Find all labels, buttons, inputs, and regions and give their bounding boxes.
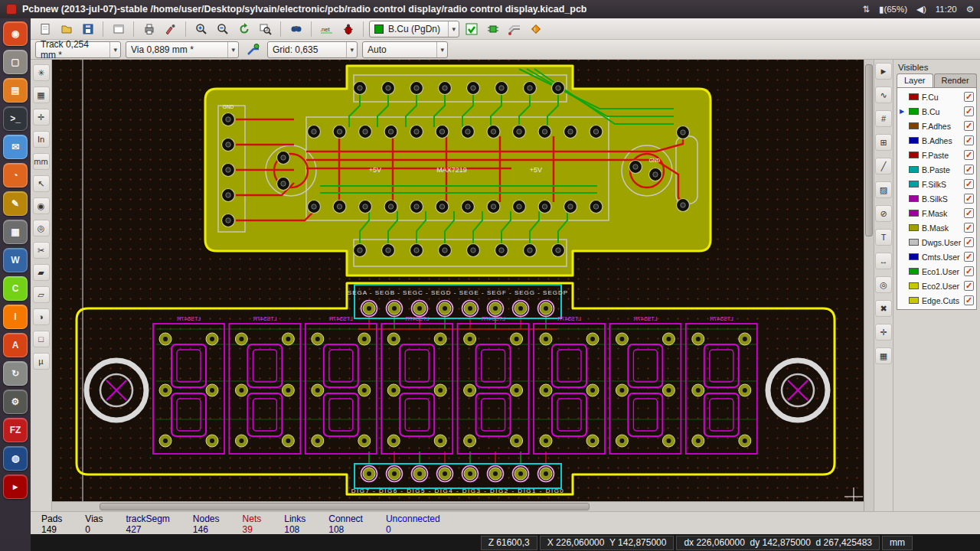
track-tool[interactable]: ╱: [875, 158, 892, 174]
ratsnest-tool[interactable]: #: [875, 110, 892, 127]
text-tool[interactable]: T: [875, 229, 892, 246]
network-icon[interactable]: ⇅: [862, 4, 870, 15]
horizontal-scrollbar[interactable]: [52, 501, 864, 511]
plot-button[interactable]: [161, 20, 180, 38]
grid-origin-tool[interactable]: ▦: [875, 347, 892, 364]
launcher-impress-icon[interactable]: I: [3, 305, 28, 329]
launcher-filezilla-icon[interactable]: FZ: [3, 418, 28, 442]
digit-module[interactable]: LTS547R: [458, 315, 529, 454]
launcher-ubuntu-button-icon[interactable]: ◉: [3, 21, 28, 46]
zoom-in-button[interactable]: [191, 20, 211, 38]
pcb-canvas[interactable]: MAX7219 +5V +5V GND GND SEGA - SEGB - SE…: [52, 60, 864, 501]
layer-visibility-checkbox[interactable]: ✓: [964, 194, 974, 204]
layer-visibility-checkbox[interactable]: ✓: [964, 135, 974, 145]
launcher-gimp-icon[interactable]: ✎: [3, 191, 28, 216]
digit-module[interactable]: LTS547R: [229, 315, 300, 454]
layer-row-B.Adhes[interactable]: B.Adhes✓: [897, 133, 976, 148]
layer-row-Cmts.User[interactable]: Cmts.User✓: [897, 249, 976, 264]
auto-track-width-button[interactable]: [243, 41, 263, 59]
netlist-button[interactable]: .net: [317, 20, 336, 38]
zoom-fit-button[interactable]: [256, 20, 275, 38]
hidden-pins-icon[interactable]: ✳: [33, 64, 50, 81]
units-mm-icon[interactable]: mm: [33, 153, 50, 170]
layer-visibility-checkbox[interactable]: ✓: [964, 208, 974, 218]
print-button[interactable]: [139, 20, 158, 38]
layer-row-F.Cu[interactable]: F.Cu✓: [897, 90, 976, 104]
track-autodel-icon[interactable]: ✂: [33, 242, 50, 259]
digit-module[interactable]: LTS547R: [305, 315, 377, 454]
launcher-software-center-icon[interactable]: A: [3, 333, 28, 357]
zones-hide-icon[interactable]: ▱: [33, 286, 50, 303]
launcher-update-manager-icon[interactable]: ↻: [3, 361, 28, 386]
layer-row-B.Mask[interactable]: B.Mask✓: [897, 220, 976, 235]
layer-row-Eco2.User[interactable]: Eco2.User✓: [897, 279, 976, 293]
grid-select[interactable]: Grid: 0,635 ▾: [267, 41, 358, 58]
save-board-button[interactable]: [78, 20, 97, 38]
layer-visibility-checkbox[interactable]: ✓: [964, 165, 974, 174]
launcher-search-lens-icon[interactable]: ▢: [3, 50, 28, 74]
find-button[interactable]: [286, 20, 305, 38]
layer-visibility-checkbox[interactable]: ✓: [964, 92, 974, 102]
digit-module[interactable]: LTS547R: [381, 315, 452, 454]
volume-icon[interactable]: ◀): [916, 4, 926, 15]
launcher-mail-icon[interactable]: ✉: [3, 135, 28, 159]
layer-row-B.Paste[interactable]: B.Paste✓: [897, 162, 976, 177]
layer-visibility-checkbox[interactable]: ✓: [964, 252, 974, 262]
track-width-select[interactable]: Track 0,254 mm * ▾: [35, 41, 121, 58]
drill-origin-tool[interactable]: ✛: [875, 324, 892, 341]
mode-track-button[interactable]: [505, 20, 524, 38]
module-ratsnest-icon[interactable]: ◎: [33, 220, 50, 236]
layer-visibility-checkbox[interactable]: ✓: [964, 106, 974, 116]
layer-visibility-checkbox[interactable]: ✓: [964, 121, 974, 131]
digit-module[interactable]: LTS547R: [153, 315, 224, 454]
high-contrast-icon[interactable]: ◑: [33, 308, 50, 325]
dimension-tool[interactable]: ↔: [875, 253, 892, 269]
layer-select[interactable]: B.Cu (PgDn) ▾: [369, 21, 459, 37]
layer-row-F.Adhes[interactable]: F.Adhes✓: [897, 119, 976, 133]
mounting-hole[interactable]: [87, 360, 146, 420]
launcher-calc-icon[interactable]: C: [3, 276, 28, 301]
tab-layer[interactable]: Layer: [897, 73, 933, 87]
mode-footprint-button[interactable]: [483, 20, 502, 38]
layer-row-F.Mask[interactable]: F.Mask✓: [897, 206, 976, 220]
page-settings-button[interactable]: [109, 20, 128, 38]
layer-ok-button[interactable]: [462, 20, 481, 38]
keepout-tool[interactable]: ⊘: [875, 205, 892, 222]
launcher-files-icon[interactable]: ▤: [3, 78, 28, 103]
layer-visibility-checkbox[interactable]: ✓: [964, 179, 974, 189]
launcher-media-player-icon[interactable]: ▸: [3, 474, 28, 499]
launcher-writer-icon[interactable]: W: [3, 248, 28, 272]
digit-module[interactable]: LTS547R: [609, 315, 681, 454]
select-tool[interactable]: ►: [875, 63, 892, 80]
launcher-terminal-icon[interactable]: >_: [3, 106, 28, 131]
launcher-browser-icon[interactable]: ◍: [3, 446, 28, 471]
launcher-firefox-icon[interactable]: ◔: [3, 163, 28, 187]
erc-bug-button[interactable]: [338, 20, 358, 38]
ratsnest-icon[interactable]: ◉: [33, 197, 50, 214]
launcher-workspaces-icon[interactable]: ▦: [3, 220, 28, 244]
digit-module[interactable]: LTS547R: [686, 315, 757, 454]
vertical-scroll-thumb[interactable]: [865, 64, 873, 236]
zones-show-icon[interactable]: ▰: [33, 264, 50, 281]
units-inches-icon[interactable]: In: [33, 131, 50, 148]
footprint-tool[interactable]: ⊞: [875, 134, 892, 151]
layer-visibility-checkbox[interactable]: ✓: [964, 281, 974, 291]
layer-row-F.SilkS[interactable]: F.SilkS✓: [897, 177, 976, 191]
layer-row-Dwgs.User[interactable]: Dwgs.User✓: [897, 235, 976, 249]
edges-sketch-icon[interactable]: □: [33, 331, 50, 347]
via-size-select[interactable]: Via 0,889 mm * ▾: [126, 41, 239, 58]
layer-visibility-checkbox[interactable]: ✓: [964, 237, 974, 247]
layer-visibility-checkbox[interactable]: ✓: [964, 266, 974, 276]
seven-segment-modules[interactable]: LTS547RLTS547RLTS547RLTS547RLTS547RLTS54…: [153, 315, 757, 454]
layer-row-Edge.Cuts[interactable]: Edge.Cuts✓: [897, 293, 976, 308]
layer-visibility-checkbox[interactable]: ✓: [964, 223, 974, 233]
mounting-hole[interactable]: [768, 360, 828, 420]
digit-connector-outline[interactable]: [354, 464, 561, 488]
cursor-shape-icon[interactable]: ↖: [33, 175, 50, 192]
launcher-settings-icon[interactable]: ⚙: [3, 390, 28, 414]
fast-autoroute-button[interactable]: !: [526, 20, 545, 38]
grid-visibility-icon[interactable]: ▦: [33, 86, 50, 103]
zoom-select[interactable]: Auto ▾: [362, 41, 448, 58]
layer-row-F.Paste[interactable]: F.Paste✓: [897, 148, 976, 162]
layer-visibility-checkbox[interactable]: ✓: [964, 295, 974, 305]
